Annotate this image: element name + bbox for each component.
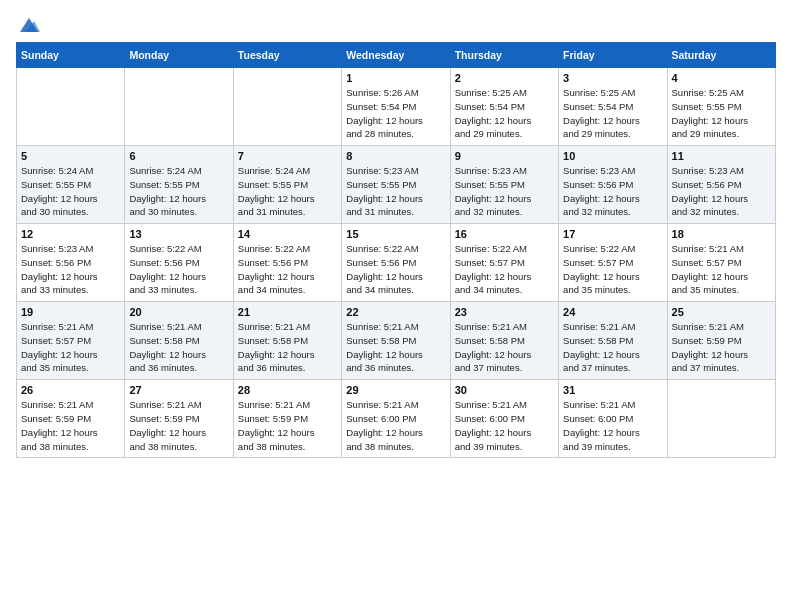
day-info: Sunrise: 5:25 AM Sunset: 5:54 PM Dayligh…	[563, 86, 662, 141]
day-number: 8	[346, 150, 445, 162]
calendar-day-23: 23Sunrise: 5:21 AM Sunset: 5:58 PM Dayli…	[450, 302, 558, 380]
day-number: 28	[238, 384, 337, 396]
calendar-day-30: 30Sunrise: 5:21 AM Sunset: 6:00 PM Dayli…	[450, 380, 558, 458]
day-header-friday: Friday	[559, 43, 667, 68]
day-info: Sunrise: 5:21 AM Sunset: 5:58 PM Dayligh…	[129, 320, 228, 375]
calendar-day-28: 28Sunrise: 5:21 AM Sunset: 5:59 PM Dayli…	[233, 380, 341, 458]
day-info: Sunrise: 5:21 AM Sunset: 5:59 PM Dayligh…	[129, 398, 228, 453]
day-number: 25	[672, 306, 771, 318]
header-row: SundayMondayTuesdayWednesdayThursdayFrid…	[17, 43, 776, 68]
day-number: 9	[455, 150, 554, 162]
calendar-week-row: 1Sunrise: 5:26 AM Sunset: 5:54 PM Daylig…	[17, 68, 776, 146]
calendar-day-11: 11Sunrise: 5:23 AM Sunset: 5:56 PM Dayli…	[667, 146, 775, 224]
calendar-day-20: 20Sunrise: 5:21 AM Sunset: 5:58 PM Dayli…	[125, 302, 233, 380]
day-number: 27	[129, 384, 228, 396]
calendar-header: SundayMondayTuesdayWednesdayThursdayFrid…	[17, 43, 776, 68]
day-info: Sunrise: 5:22 AM Sunset: 5:56 PM Dayligh…	[346, 242, 445, 297]
day-info: Sunrise: 5:22 AM Sunset: 5:57 PM Dayligh…	[455, 242, 554, 297]
day-info: Sunrise: 5:21 AM Sunset: 5:59 PM Dayligh…	[672, 320, 771, 375]
day-number: 2	[455, 72, 554, 84]
calendar-week-row: 19Sunrise: 5:21 AM Sunset: 5:57 PM Dayli…	[17, 302, 776, 380]
calendar-day-12: 12Sunrise: 5:23 AM Sunset: 5:56 PM Dayli…	[17, 224, 125, 302]
calendar-day-13: 13Sunrise: 5:22 AM Sunset: 5:56 PM Dayli…	[125, 224, 233, 302]
day-info: Sunrise: 5:21 AM Sunset: 6:00 PM Dayligh…	[563, 398, 662, 453]
calendar-day-16: 16Sunrise: 5:22 AM Sunset: 5:57 PM Dayli…	[450, 224, 558, 302]
calendar-week-row: 12Sunrise: 5:23 AM Sunset: 5:56 PM Dayli…	[17, 224, 776, 302]
day-info: Sunrise: 5:22 AM Sunset: 5:56 PM Dayligh…	[238, 242, 337, 297]
empty-day-cell	[233, 68, 341, 146]
day-info: Sunrise: 5:23 AM Sunset: 5:56 PM Dayligh…	[672, 164, 771, 219]
day-info: Sunrise: 5:21 AM Sunset: 5:58 PM Dayligh…	[238, 320, 337, 375]
page-header	[16, 16, 776, 34]
day-info: Sunrise: 5:21 AM Sunset: 6:00 PM Dayligh…	[455, 398, 554, 453]
day-info: Sunrise: 5:23 AM Sunset: 5:55 PM Dayligh…	[455, 164, 554, 219]
day-number: 22	[346, 306, 445, 318]
day-info: Sunrise: 5:22 AM Sunset: 5:57 PM Dayligh…	[563, 242, 662, 297]
calendar-day-10: 10Sunrise: 5:23 AM Sunset: 5:56 PM Dayli…	[559, 146, 667, 224]
calendar-day-4: 4Sunrise: 5:25 AM Sunset: 5:55 PM Daylig…	[667, 68, 775, 146]
calendar-day-22: 22Sunrise: 5:21 AM Sunset: 5:58 PM Dayli…	[342, 302, 450, 380]
calendar-day-14: 14Sunrise: 5:22 AM Sunset: 5:56 PM Dayli…	[233, 224, 341, 302]
day-number: 21	[238, 306, 337, 318]
calendar-day-26: 26Sunrise: 5:21 AM Sunset: 5:59 PM Dayli…	[17, 380, 125, 458]
day-number: 29	[346, 384, 445, 396]
day-info: Sunrise: 5:24 AM Sunset: 5:55 PM Dayligh…	[129, 164, 228, 219]
day-number: 4	[672, 72, 771, 84]
calendar-day-31: 31Sunrise: 5:21 AM Sunset: 6:00 PM Dayli…	[559, 380, 667, 458]
day-info: Sunrise: 5:21 AM Sunset: 5:57 PM Dayligh…	[21, 320, 120, 375]
day-number: 7	[238, 150, 337, 162]
day-number: 10	[563, 150, 662, 162]
calendar-day-2: 2Sunrise: 5:25 AM Sunset: 5:54 PM Daylig…	[450, 68, 558, 146]
day-number: 13	[129, 228, 228, 240]
day-info: Sunrise: 5:26 AM Sunset: 5:54 PM Dayligh…	[346, 86, 445, 141]
day-number: 17	[563, 228, 662, 240]
day-info: Sunrise: 5:25 AM Sunset: 5:55 PM Dayligh…	[672, 86, 771, 141]
day-number: 26	[21, 384, 120, 396]
day-info: Sunrise: 5:21 AM Sunset: 5:58 PM Dayligh…	[346, 320, 445, 375]
calendar-day-18: 18Sunrise: 5:21 AM Sunset: 5:57 PM Dayli…	[667, 224, 775, 302]
day-number: 31	[563, 384, 662, 396]
calendar-day-6: 6Sunrise: 5:24 AM Sunset: 5:55 PM Daylig…	[125, 146, 233, 224]
day-info: Sunrise: 5:25 AM Sunset: 5:54 PM Dayligh…	[455, 86, 554, 141]
calendar-day-27: 27Sunrise: 5:21 AM Sunset: 5:59 PM Dayli…	[125, 380, 233, 458]
day-number: 5	[21, 150, 120, 162]
calendar-day-3: 3Sunrise: 5:25 AM Sunset: 5:54 PM Daylig…	[559, 68, 667, 146]
calendar-week-row: 26Sunrise: 5:21 AM Sunset: 5:59 PM Dayli…	[17, 380, 776, 458]
calendar-day-19: 19Sunrise: 5:21 AM Sunset: 5:57 PM Dayli…	[17, 302, 125, 380]
day-number: 18	[672, 228, 771, 240]
day-info: Sunrise: 5:21 AM Sunset: 5:59 PM Dayligh…	[238, 398, 337, 453]
calendar-week-row: 5Sunrise: 5:24 AM Sunset: 5:55 PM Daylig…	[17, 146, 776, 224]
day-number: 23	[455, 306, 554, 318]
day-header-sunday: Sunday	[17, 43, 125, 68]
day-info: Sunrise: 5:21 AM Sunset: 5:59 PM Dayligh…	[21, 398, 120, 453]
calendar-day-1: 1Sunrise: 5:26 AM Sunset: 5:54 PM Daylig…	[342, 68, 450, 146]
day-info: Sunrise: 5:23 AM Sunset: 5:56 PM Dayligh…	[563, 164, 662, 219]
day-header-wednesday: Wednesday	[342, 43, 450, 68]
calendar-day-25: 25Sunrise: 5:21 AM Sunset: 5:59 PM Dayli…	[667, 302, 775, 380]
day-number: 12	[21, 228, 120, 240]
calendar-day-7: 7Sunrise: 5:24 AM Sunset: 5:55 PM Daylig…	[233, 146, 341, 224]
calendar-day-29: 29Sunrise: 5:21 AM Sunset: 6:00 PM Dayli…	[342, 380, 450, 458]
day-number: 3	[563, 72, 662, 84]
day-info: Sunrise: 5:22 AM Sunset: 5:56 PM Dayligh…	[129, 242, 228, 297]
day-info: Sunrise: 5:21 AM Sunset: 5:57 PM Dayligh…	[672, 242, 771, 297]
calendar-table: SundayMondayTuesdayWednesdayThursdayFrid…	[16, 42, 776, 458]
day-number: 19	[21, 306, 120, 318]
day-number: 24	[563, 306, 662, 318]
calendar-day-5: 5Sunrise: 5:24 AM Sunset: 5:55 PM Daylig…	[17, 146, 125, 224]
day-header-thursday: Thursday	[450, 43, 558, 68]
calendar-day-9: 9Sunrise: 5:23 AM Sunset: 5:55 PM Daylig…	[450, 146, 558, 224]
day-number: 20	[129, 306, 228, 318]
empty-day-cell	[17, 68, 125, 146]
calendar-day-21: 21Sunrise: 5:21 AM Sunset: 5:58 PM Dayli…	[233, 302, 341, 380]
empty-day-cell	[125, 68, 233, 146]
day-header-monday: Monday	[125, 43, 233, 68]
logo-icon	[18, 16, 40, 34]
day-number: 6	[129, 150, 228, 162]
calendar-day-8: 8Sunrise: 5:23 AM Sunset: 5:55 PM Daylig…	[342, 146, 450, 224]
day-number: 1	[346, 72, 445, 84]
day-info: Sunrise: 5:23 AM Sunset: 5:55 PM Dayligh…	[346, 164, 445, 219]
empty-day-cell	[667, 380, 775, 458]
logo	[16, 16, 40, 34]
day-info: Sunrise: 5:21 AM Sunset: 5:58 PM Dayligh…	[563, 320, 662, 375]
